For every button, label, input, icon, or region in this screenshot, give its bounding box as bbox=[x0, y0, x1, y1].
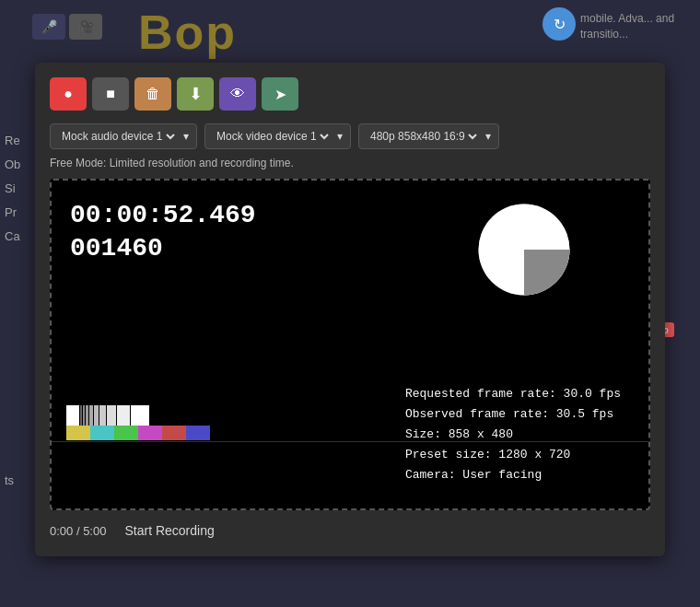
pie-chart bbox=[473, 199, 575, 300]
resolution-chevron-icon: ▾ bbox=[485, 130, 491, 143]
background-right-text: mobile. Adva... and transitio... bbox=[580, 11, 691, 42]
stop-icon: ■ bbox=[106, 86, 115, 102]
send-button[interactable]: ➤ bbox=[262, 77, 298, 111]
stat-frame-rate-requested: Requested frame rate: 30.0 fps bbox=[405, 384, 621, 404]
record-icon: ● bbox=[64, 86, 73, 102]
resolution-select[interactable]: 480p 858x480 16:9 bbox=[367, 129, 480, 144]
color-test-bars bbox=[66, 426, 210, 440]
preview-button[interactable]: 👁 bbox=[219, 77, 256, 111]
background-bottom-left: ts bbox=[5, 473, 14, 487]
camera-icon: 🎥 bbox=[78, 19, 94, 34]
timer-frames: 001460 bbox=[70, 232, 256, 265]
color-bar-red bbox=[162, 426, 186, 440]
timer-time: 00:00:52.469 bbox=[70, 199, 256, 232]
time-display: 0:00 / 5:00 bbox=[50, 524, 106, 538]
video-stats: Requested frame rate: 30.0 fps Observed … bbox=[405, 384, 621, 485]
start-recording-button[interactable]: Start Recording bbox=[117, 519, 221, 542]
bottom-controls: 0:00 / 5:00 Start Recording bbox=[50, 519, 650, 542]
background-circle-icon: ↻ bbox=[542, 7, 576, 41]
record-button[interactable]: ● bbox=[50, 77, 87, 111]
background-title: Bop bbox=[138, 5, 237, 60]
stat-camera: Camera: User facing bbox=[405, 465, 621, 485]
stat-size: Size: 858 x 480 bbox=[405, 425, 621, 445]
video-device-selector[interactable]: Mock video device 1 ▾ bbox=[204, 123, 351, 149]
camera-button[interactable]: 🎥 bbox=[69, 14, 102, 40]
video-preview-area: 00:00:52.469 001460 bbox=[50, 179, 650, 510]
color-bar-cyan bbox=[90, 426, 114, 440]
scan-bars bbox=[66, 405, 149, 426]
color-bar-blue bbox=[186, 426, 210, 440]
trash-icon: 🗑 bbox=[146, 86, 160, 102]
resolution-selector[interactable]: 480p 858x480 16:9 ▾ bbox=[358, 123, 499, 149]
trash-button[interactable]: 🗑 bbox=[134, 77, 171, 111]
timer-display: 00:00:52.469 001460 bbox=[70, 199, 256, 266]
color-bar-green bbox=[114, 426, 138, 440]
color-bar-yellow bbox=[66, 426, 90, 440]
audio-device-select[interactable]: Mock audio device 1 bbox=[58, 129, 178, 144]
mic-button[interactable]: 🎤 bbox=[32, 14, 65, 40]
audio-chevron-icon: ▾ bbox=[183, 130, 189, 143]
stop-button[interactable]: ■ bbox=[92, 77, 129, 111]
video-chevron-icon: ▾ bbox=[337, 130, 343, 143]
download-icon: ⬇ bbox=[189, 84, 203, 104]
toolbar: ● ■ 🗑 ⬇ 👁 ➤ bbox=[50, 77, 650, 111]
stat-preset-size: Preset size: 1280 x 720 bbox=[405, 445, 621, 465]
mic-icon: 🎤 bbox=[41, 19, 57, 34]
background-left-text: ReObSiPrCa bbox=[5, 129, 20, 249]
device-selectors: Mock audio device 1 ▾ Mock video device … bbox=[50, 123, 650, 149]
free-mode-notice: Free Mode: Limited resolution and record… bbox=[50, 157, 650, 169]
video-device-select[interactable]: Mock video device 1 bbox=[213, 129, 332, 144]
eye-icon: 👁 bbox=[230, 86, 245, 102]
download-button[interactable]: ⬇ bbox=[177, 77, 214, 111]
send-icon: ➤ bbox=[274, 86, 286, 103]
audio-device-selector[interactable]: Mock audio device 1 ▾ bbox=[50, 123, 197, 149]
stat-frame-rate-observed: Observed frame rate: 30.5 fps bbox=[405, 404, 621, 425]
recording-panel: ● ■ 🗑 ⬇ 👁 ➤ Mock audio device 1 ▾ Mock v… bbox=[35, 63, 665, 556]
color-bar-magenta bbox=[138, 426, 162, 440]
top-icon-bar: 🎤 🎥 bbox=[32, 14, 102, 40]
